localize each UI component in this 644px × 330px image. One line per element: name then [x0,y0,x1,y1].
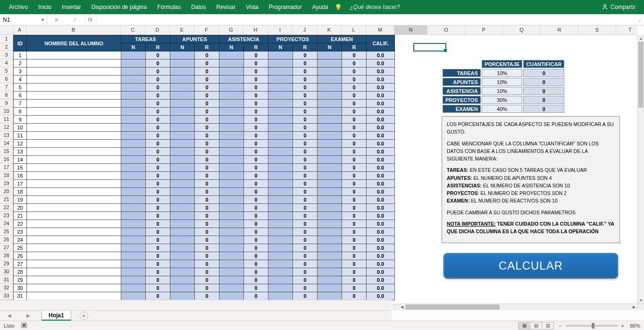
row-header-11[interactable]: 11 [0,115,13,123]
view-normal-icon[interactable]: ▦ [518,322,530,330]
select-all-triangle[interactable] [0,25,13,35]
ribbon-tab-insertar[interactable]: Insertar [57,0,86,14]
vscroll-thumb[interactable] [638,42,644,108]
student-row[interactable]: 8000000.0 [14,108,395,116]
col-header-S[interactable]: S [578,25,616,34]
scroll-down-icon[interactable]: ▼ [638,297,644,304]
scroll-up-icon[interactable]: ▲ [638,35,644,42]
col-header-J[interactable]: J [293,25,317,34]
row-header-23[interactable]: 23 [0,212,13,220]
ribbon-tab-fórmulas[interactable]: Fórmulas [152,0,186,14]
student-row[interactable]: 6000000.0 [14,92,395,100]
cells-area[interactable]: IDNOMBRE DEL ALUMNOTAREASAPUNTESASISTENC… [13,35,637,304]
student-row[interactable]: 27000000.0 [14,260,395,268]
ribbon-tab-revisar[interactable]: Revisar [211,0,241,14]
row-header-30[interactable]: 30 [0,268,13,276]
row-header-3[interactable]: 3 [0,51,13,59]
hscroll-thumb[interactable] [405,305,500,310]
row-header-20[interactable]: 20 [0,187,13,195]
student-row[interactable]: 22000000.0 [14,220,395,228]
row-header-16[interactable]: 16 [0,155,13,163]
tell-me-input[interactable]: ¿Qué desea hacer? [345,0,405,14]
student-row[interactable]: 14000000.0 [14,156,395,164]
student-row[interactable]: 10000000.0 [14,124,395,132]
col-header-E[interactable]: E [170,25,194,34]
row-header-33[interactable]: 33 [0,292,13,300]
col-header-C[interactable]: C [121,25,145,34]
student-row[interactable]: 13000000.0 [14,148,395,156]
student-row[interactable]: 2000000.0 [14,59,395,68]
col-header-Q[interactable]: Q [503,25,541,34]
student-row[interactable]: 19000000.0 [14,196,395,204]
tab-scroll-handle-icon[interactable]: ⋮ [392,304,399,310]
student-row[interactable]: 16000000.0 [14,172,395,180]
zoom-thumb[interactable] [592,323,594,329]
student-row[interactable]: 29000000.0 [14,276,395,284]
calcular-button[interactable]: CALCULAR [443,253,618,279]
row-header-28[interactable]: 28 [0,252,13,260]
formula-input[interactable] [96,14,635,25]
student-row[interactable]: 1000000.0 [14,51,395,59]
row-header-1[interactable]: 1 [0,35,13,43]
row-header-24[interactable]: 24 [0,220,13,228]
row-header-27[interactable]: 27 [0,244,13,252]
student-row[interactable]: 31000000.0 [14,292,395,300]
student-row[interactable]: 28000000.0 [14,268,395,276]
col-header-D[interactable]: D [145,25,170,34]
student-row[interactable]: 11000000.0 [14,132,395,140]
student-row[interactable]: 3000000.0 [14,68,395,76]
col-header-M[interactable]: M [366,25,394,34]
student-row[interactable]: 23000000.0 [14,228,395,236]
student-row[interactable]: 9000000.0 [14,116,395,124]
student-row[interactable]: 26000000.0 [14,252,395,260]
accept-formula-icon[interactable]: ✓ [73,17,77,23]
row-header-21[interactable]: 21 [0,195,13,203]
student-row[interactable]: 5000000.0 [14,84,395,92]
sheet-nav-arrows[interactable]: ◀▶ [0,313,38,318]
col-header-N[interactable]: N [394,25,427,34]
view-page-break-icon[interactable]: ▥ [542,322,554,330]
new-sheet-button[interactable]: ＋ [80,312,88,320]
zoom-slider[interactable] [566,325,618,327]
cancel-formula-icon[interactable]: ✕ [54,17,59,23]
ribbon-tab-disposición-de-página[interactable]: Disposición de página [86,0,152,14]
share-button[interactable]: Compartir [597,0,640,14]
zoom-in-button[interactable]: + [621,323,624,329]
student-row[interactable]: 20000000.0 [14,204,395,212]
column-headers[interactable]: ABCDEFGHIJKLMNOPQRST [13,25,637,35]
scroll-right-icon[interactable]: ▶ [631,304,637,310]
row-header-5[interactable]: 5 [0,67,13,75]
col-header-K[interactable]: K [317,25,342,34]
col-header-O[interactable]: O [427,25,465,34]
row-header-25[interactable]: 25 [0,228,13,236]
config-row-examen[interactable]: EXAMEN40%0 [443,105,564,113]
ribbon-tab-programador[interactable]: Programador [264,0,307,14]
col-header-F[interactable]: F [194,25,219,34]
student-row[interactable]: 15000000.0 [14,164,395,172]
ribbon-tab-archivo[interactable]: Archivo [4,0,33,14]
percentage-config-table[interactable]: PORCENTAJE CUANTIFICAR TAREAS10%0APUNTES… [442,59,565,114]
row-header-2[interactable]: 2 [0,43,13,51]
main-student-table[interactable]: IDNOMBRE DEL ALUMNOTAREASAPUNTESASISTENC… [13,35,395,300]
macro-record-icon[interactable] [21,322,27,329]
row-header-14[interactable]: 14 [0,139,13,147]
row-header-4[interactable]: 4 [0,59,13,67]
col-header-G[interactable]: G [219,25,243,34]
row-header-26[interactable]: 26 [0,236,13,244]
row-header-22[interactable]: 22 [0,203,13,212]
zoom-out-button[interactable]: − [559,323,561,329]
student-row[interactable]: 24000000.0 [14,236,395,244]
row-header-9[interactable]: 9 [0,99,13,107]
col-header-B[interactable]: B [26,25,121,34]
row-header-6[interactable]: 6 [0,75,13,83]
row-header-18[interactable]: 18 [0,171,13,179]
row-headers[interactable]: 1234567891011121314151617181920212223242… [0,35,13,304]
config-row-asistencia[interactable]: ASISTENCIA10%0 [443,87,564,95]
fill-handle[interactable] [444,49,447,52]
student-row[interactable]: 21000000.0 [14,212,395,220]
row-header-7[interactable]: 7 [0,83,13,91]
view-mode-buttons[interactable]: ▦ ▤ ▥ [519,322,554,330]
student-row[interactable]: 7000000.0 [14,100,395,108]
col-header-L[interactable]: L [342,25,366,34]
student-row[interactable]: 4000000.0 [14,76,395,84]
